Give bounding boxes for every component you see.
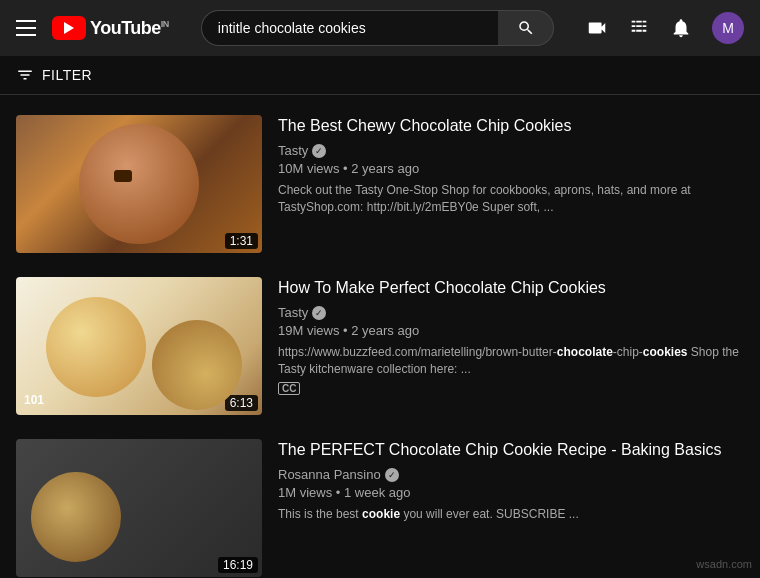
- video-item-3[interactable]: 16:19 The PERFECT Chocolate Chip Cookie …: [0, 427, 760, 578]
- search-icon: [517, 19, 535, 37]
- verified-icon-1: [312, 144, 326, 158]
- video-channel-3: Rosanna Pansino: [278, 467, 744, 482]
- video-desc-1: Check out the Tasty One-Stop Shop for co…: [278, 182, 744, 216]
- hamburger-menu-icon[interactable]: [16, 20, 36, 36]
- create-video-icon[interactable]: [586, 17, 608, 39]
- video-meta-1: The Best Chewy Chocolate Chip Cookies Ta…: [278, 115, 744, 253]
- duration-badge-1: 1:31: [225, 233, 258, 249]
- video-channel-2: Tasty: [278, 305, 744, 320]
- video-stats-2: 19M views • 2 years ago: [278, 323, 744, 338]
- video-stats-3: 1M views • 1 week ago: [278, 485, 744, 500]
- video-desc-2: https://www.buzzfeed.com/marietelling/br…: [278, 344, 744, 378]
- video-list: 1:31 The Best Chewy Chocolate Chip Cooki…: [0, 95, 760, 578]
- video-title-2: How To Make Perfect Chocolate Chip Cooki…: [278, 277, 744, 299]
- video-meta-3: The PERFECT Chocolate Chip Cookie Recipe…: [278, 439, 744, 577]
- video-stats-1: 10M views • 2 years ago: [278, 161, 744, 176]
- video-channel-1: Tasty: [278, 143, 744, 158]
- notifications-bell-icon[interactable]: [670, 17, 692, 39]
- search-bar: [201, 10, 554, 46]
- filter-bar: FILTER: [0, 56, 760, 95]
- duration-badge-3: 16:19: [218, 557, 258, 573]
- filter-label: FILTER: [42, 67, 92, 83]
- video-meta-2: How To Make Perfect Chocolate Chip Cooki…: [278, 277, 744, 415]
- video-item-2[interactable]: 101 6:13 How To Make Perfect Chocolate C…: [0, 265, 760, 427]
- video-item-1[interactable]: 1:31 The Best Chewy Chocolate Chip Cooki…: [0, 103, 760, 265]
- youtube-play-icon: [52, 16, 86, 40]
- watermark: wsadn.com: [696, 558, 752, 570]
- header-left: YouTubeIN: [16, 16, 169, 40]
- verified-icon-2: [312, 306, 326, 320]
- youtube-logo-text: YouTubeIN: [90, 18, 169, 39]
- search-input[interactable]: [201, 10, 498, 46]
- duration-badge-2: 6:13: [225, 395, 258, 411]
- video-title-1: The Best Chewy Chocolate Chip Cookies: [278, 115, 744, 137]
- thumbnail-1: 1:31: [16, 115, 262, 253]
- overlay-badge-2: 101: [24, 393, 44, 407]
- video-desc-3: This is the best cookie you will ever ea…: [278, 506, 744, 523]
- apps-grid-icon[interactable]: [628, 17, 650, 39]
- filter-button[interactable]: FILTER: [16, 66, 92, 84]
- header-right: M: [586, 12, 744, 44]
- video-title-3: The PERFECT Chocolate Chip Cookie Recipe…: [278, 439, 744, 461]
- search-button[interactable]: [498, 10, 554, 46]
- youtube-logo[interactable]: YouTubeIN: [52, 16, 169, 40]
- user-avatar[interactable]: M: [712, 12, 744, 44]
- cc-badge-2: CC: [278, 378, 744, 396]
- thumbnail-2: 101 6:13: [16, 277, 262, 415]
- thumbnail-3: 16:19: [16, 439, 262, 577]
- verified-icon-3: [385, 468, 399, 482]
- filter-icon: [16, 66, 34, 84]
- header: YouTubeIN M: [0, 0, 760, 56]
